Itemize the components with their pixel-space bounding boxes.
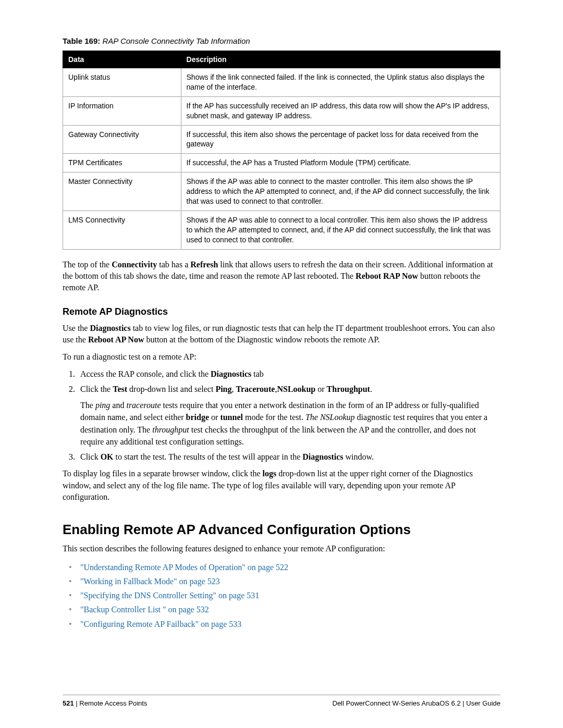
paragraph-run-test-intro: To run a diagnostic test on a remote AP: — [63, 351, 500, 363]
text-bold: Reboot RAP Now — [356, 272, 418, 280]
diagnostic-steps-list: Access the RAP console, and click the Di… — [63, 368, 500, 463]
text-bold: NSLookup — [277, 385, 315, 393]
text-bold: Ping — [215, 385, 231, 393]
table-cell-data: Uplink status — [63, 68, 181, 97]
text-bold: Test — [113, 385, 127, 393]
list-item: "Specifying the DNS Controller Setting" … — [69, 588, 500, 602]
text-italic: The NSLookup — [305, 413, 355, 422]
text-bold: logs — [263, 469, 277, 478]
related-links-list: "Understanding Remote AP Modes of Operat… — [63, 560, 500, 631]
text-run: Click the — [80, 385, 113, 393]
text-italic: throughput — [152, 425, 189, 434]
table-row: Uplink status Shows if the link connecte… — [63, 68, 500, 97]
text-run: and — [110, 401, 126, 410]
table-caption-prefix: Table 169: — [63, 36, 100, 45]
list-item: "Configuring Remote AP Failback" on page… — [69, 617, 500, 631]
table-row: IP Information If the AP has successfull… — [63, 96, 500, 125]
text-bold: Diagnostics — [302, 452, 343, 461]
paragraph-logs: To display log files in a separate brows… — [63, 468, 500, 503]
paragraph-diagnostics-intro: Use the Diagnostics tab to view log file… — [63, 323, 500, 346]
table-header-data: Data — [63, 51, 181, 68]
text-run: Use the — [63, 324, 90, 332]
table-row: LMS Connectivity Shows if the AP was abl… — [63, 211, 500, 249]
table-cell-data: Master Connectivity — [63, 172, 181, 211]
table-row: Master Connectivity Shows if the AP was … — [63, 172, 500, 211]
page-footer: 521 | Remote Access Points Dell PowerCon… — [63, 695, 500, 707]
text-bold: Reboot AP Now — [88, 335, 144, 344]
step-subparagraph: The ping and traceroute tests require th… — [80, 399, 500, 448]
text-run: window. — [344, 452, 374, 461]
table-cell-data: IP Information — [63, 96, 181, 125]
text-bold: Diagnostics — [211, 369, 251, 378]
list-item: Click OK to start the test. The results … — [77, 451, 500, 463]
table-cell-desc: Shows if the AP was able to connect to a… — [181, 211, 500, 249]
xref-link[interactable]: "Working in Fallback Mode" on page 523 — [80, 577, 220, 586]
heading-remote-ap-diagnostics: Remote AP Diagnostics — [63, 306, 500, 317]
table-caption: Table 169: RAP Console Connectivity Tab … — [63, 36, 500, 45]
text-italic: traceroute — [126, 401, 161, 410]
table-cell-data: Gateway Connectivity — [63, 125, 181, 154]
paragraph-connectivity-refresh: The top of the Connectivity tab has a Re… — [63, 259, 500, 294]
table-row: Gateway Connectivity If successful, this… — [63, 125, 500, 154]
table-cell-desc: If the AP has successfully received an I… — [181, 96, 500, 125]
text-run: . — [370, 385, 372, 393]
text-run: Access the RAP console, and click the — [80, 369, 211, 378]
table-cell-desc: Shows if the link connected failed. If t… — [181, 68, 500, 97]
page-number: 521 — [63, 699, 74, 707]
table-header-description: Description — [181, 51, 500, 68]
text-run: Click — [80, 452, 101, 461]
text-run: tab has a — [157, 260, 190, 269]
text-bold: Diagnostics — [90, 324, 130, 332]
text-run: or — [209, 413, 220, 422]
table-cell-data: TPM Certificates — [63, 154, 181, 172]
text-run: The top of the — [63, 260, 112, 269]
text-bold: tunnel — [220, 413, 243, 422]
heading-enabling-advanced-config: Enabling Remote AP Advanced Configuratio… — [63, 522, 500, 538]
footer-right: Dell PowerConnect W-Series ArubaOS 6.2 |… — [333, 699, 501, 707]
text-bold: OK — [101, 452, 114, 461]
text-run: , — [232, 385, 236, 393]
footer-separator: | — [74, 699, 80, 707]
document-page: Table 169: RAP Console Connectivity Tab … — [0, 0, 563, 728]
text-run: To display log files in a separate brows… — [63, 469, 263, 478]
text-bold: Refresh — [190, 260, 218, 269]
table-cell-desc: Shows if the AP was able to connect to t… — [181, 172, 500, 211]
text-run: mode for the test. — [243, 413, 305, 422]
table-row: TPM Certificates If successful, the AP h… — [63, 154, 500, 172]
paragraph-section-intro: This section describes the following fea… — [63, 543, 500, 554]
table-cell-desc: If successful, the AP has a Trusted Plat… — [181, 154, 500, 172]
text-run: button at the bottom of the Diagnostic w… — [144, 335, 380, 344]
xref-link[interactable]: "Specifying the DNS Controller Setting" … — [80, 591, 259, 600]
list-item: "Backup Controller List " on page 532 — [69, 602, 500, 616]
xref-link[interactable]: "Backup Controller List " on page 532 — [80, 605, 209, 614]
connectivity-table: Data Description Uplink status Shows if … — [63, 51, 500, 250]
text-bold: bridge — [186, 413, 209, 422]
text-run: The — [80, 401, 95, 410]
list-item: "Understanding Remote AP Modes of Operat… — [69, 560, 500, 574]
text-bold: Connectivity — [112, 260, 157, 269]
list-item: Click the Test drop-down list and select… — [77, 383, 500, 448]
table-cell-data: LMS Connectivity — [63, 211, 181, 249]
table-cell-desc: If successful, this item also shows the … — [181, 125, 500, 154]
text-run: or — [315, 385, 326, 393]
text-italic: ping — [95, 401, 110, 410]
list-item: Access the RAP console, and click the Di… — [77, 368, 500, 380]
text-run: tab — [251, 369, 264, 378]
text-bold: Throughput — [327, 385, 370, 393]
xref-link[interactable]: "Understanding Remote AP Modes of Operat… — [80, 563, 288, 572]
xref-link[interactable]: "Configuring Remote AP Failback" on page… — [80, 620, 241, 628]
text-run: to start the test. The results of the te… — [114, 452, 303, 461]
footer-left: 521 | Remote Access Points — [63, 699, 147, 707]
text-bold: Traceroute — [236, 385, 275, 393]
table-caption-title: RAP Console Connectivity Tab Information — [100, 36, 250, 45]
list-item: "Working in Fallback Mode" on page 523 — [69, 574, 500, 588]
footer-section-name: Remote Access Points — [79, 699, 147, 707]
text-run: drop-down list and select — [127, 385, 215, 393]
